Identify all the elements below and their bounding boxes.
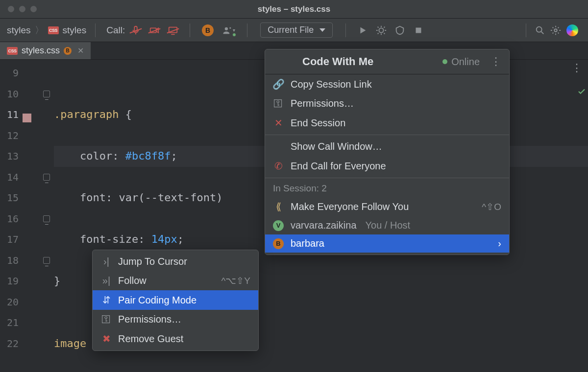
line-number-gutter[interactable]: 9 10 11 12 13 14 15 16 17 18 19 20 21 22 bbox=[0, 60, 23, 372]
svg-point-4 bbox=[379, 28, 384, 32]
cwm-online-label: Online bbox=[451, 56, 480, 68]
line-number[interactable]: 10 bbox=[0, 84, 19, 105]
menu-item-label: Follow bbox=[118, 275, 147, 286]
line-number[interactable]: 12 bbox=[0, 125, 19, 146]
submenu-remove-guest[interactable]: ✖ Remove Guest bbox=[93, 329, 258, 349]
participant-name: barbara bbox=[291, 238, 324, 249]
camera-off-icon[interactable] bbox=[148, 24, 161, 37]
color-swatch-icon[interactable] bbox=[23, 114, 31, 122]
file-tab-styles-css[interactable]: CSS styles.css B ✕ bbox=[0, 42, 91, 59]
menu-item-label: Make Everyone Follow You bbox=[291, 201, 409, 212]
cwm-permissions[interactable]: ⚿ Permissions… bbox=[265, 94, 509, 113]
token-property: color bbox=[80, 150, 112, 162]
line-number[interactable]: 11 bbox=[0, 104, 19, 125]
cwm-copy-link[interactable]: 🔗 Copy Session Link bbox=[265, 74, 509, 94]
search-icon[interactable] bbox=[534, 24, 546, 37]
tab-label: styles.css bbox=[22, 46, 60, 56]
color-swatch-gutter bbox=[23, 60, 43, 372]
key-icon: ⚿ bbox=[273, 98, 284, 109]
line-number[interactable]: 21 bbox=[0, 312, 19, 333]
participant-row-varvara[interactable]: V varvara.zaikina You / Host bbox=[265, 216, 509, 234]
submenu-jump-to-cursor[interactable]: ›| Jump To Cursor bbox=[93, 252, 258, 271]
fold-gutter[interactable] bbox=[43, 60, 54, 372]
chevron-down-icon bbox=[319, 28, 325, 32]
cwm-end-call[interactable]: ✆ End Call for Everyone bbox=[265, 156, 509, 176]
menu-item-label: Show Call Window… bbox=[291, 141, 382, 152]
close-icon: ✕ bbox=[273, 117, 284, 129]
main-toolbar: styles 〉 CSS styles Call: B ▾ Current Fi… bbox=[0, 19, 588, 42]
svg-rect-5 bbox=[416, 27, 421, 33]
svg-point-7 bbox=[554, 29, 557, 32]
online-dot-icon bbox=[442, 59, 447, 64]
menu-item-label: Pair Coding Mode bbox=[118, 295, 196, 306]
cwm-end-session[interactable]: ✕ End Session bbox=[265, 113, 509, 133]
fold-toggle-icon[interactable] bbox=[43, 174, 50, 181]
line-number[interactable]: 22 bbox=[0, 333, 19, 354]
line-number[interactable]: 20 bbox=[0, 292, 19, 313]
coverage-icon[interactable] bbox=[393, 24, 406, 37]
close-tab-icon[interactable]: ✕ bbox=[75, 46, 84, 55]
debug-icon[interactable] bbox=[375, 24, 388, 37]
fold-toggle-icon[interactable] bbox=[43, 215, 50, 222]
participant-role: You / Host bbox=[366, 220, 411, 231]
token-value: 14px bbox=[151, 233, 177, 245]
token-selector: image bbox=[54, 337, 86, 349]
window-title: styles – styles.css bbox=[0, 4, 588, 14]
menu-item-label: Permissions… bbox=[291, 98, 354, 109]
mic-muted-icon[interactable] bbox=[129, 24, 142, 37]
submenu-pair-coding[interactable]: ⇵ Pair Coding Mode bbox=[93, 290, 258, 310]
link-icon: 🔗 bbox=[273, 78, 284, 90]
avatar: B bbox=[273, 238, 284, 249]
toolbar-separator bbox=[526, 23, 526, 37]
menu-item-label: Permissions… bbox=[118, 314, 181, 325]
add-participant-icon[interactable]: ▾ bbox=[222, 24, 235, 37]
menu-item-label: Remove Guest bbox=[118, 333, 183, 345]
line-number[interactable]: 17 bbox=[0, 229, 19, 250]
line-number[interactable]: 19 bbox=[0, 271, 19, 292]
line-number[interactable]: 15 bbox=[0, 187, 19, 209]
token-property: font bbox=[80, 191, 106, 204]
breadcrumb-file[interactable]: styles bbox=[63, 25, 87, 36]
line-number[interactable]: 16 bbox=[0, 209, 19, 230]
stop-icon[interactable] bbox=[412, 24, 425, 37]
screenshare-off-icon[interactable] bbox=[167, 24, 179, 37]
cwm-make-everyone-follow[interactable]: ⟪ Make Everyone Follow You ^⇧O bbox=[265, 197, 509, 216]
line-number[interactable]: 13 bbox=[0, 146, 19, 167]
fold-toggle-icon[interactable] bbox=[43, 91, 50, 97]
jetbrains-logo-icon[interactable] bbox=[566, 24, 578, 36]
token-value: var(--text-font) bbox=[119, 191, 222, 204]
token-brace: } bbox=[54, 275, 60, 287]
line-number[interactable]: 18 bbox=[0, 250, 19, 271]
participant-avatar-toolbar[interactable]: B bbox=[202, 24, 214, 36]
pair-coding-icon: ⇵ bbox=[100, 294, 112, 306]
line-number[interactable]: 9 bbox=[0, 63, 19, 84]
key-icon: ⚿ bbox=[100, 314, 112, 325]
breadcrumb[interactable]: styles 〉 CSS styles bbox=[7, 24, 86, 37]
menu-item-label: End Session bbox=[291, 117, 345, 129]
line-number[interactable]: 14 bbox=[0, 167, 19, 188]
participant-row-barbara[interactable]: B barbara › bbox=[265, 234, 509, 253]
token-value: #bc8f8f bbox=[125, 150, 171, 162]
breadcrumb-root[interactable]: styles bbox=[7, 25, 31, 36]
svg-point-6 bbox=[537, 26, 542, 32]
menu-item-label: Jump To Cursor bbox=[118, 256, 187, 267]
remove-user-icon: ✖ bbox=[100, 333, 112, 345]
run-icon[interactable] bbox=[356, 24, 369, 37]
participant-badge-icon: B bbox=[64, 47, 72, 55]
shortcut-label: ^⌥⇧Y bbox=[221, 275, 250, 286]
gear-icon[interactable] bbox=[549, 24, 562, 37]
submenu-permissions[interactable]: ⚿ Permissions… bbox=[93, 310, 258, 329]
menu-item-label: End Call for Everyone bbox=[291, 161, 386, 172]
hangup-icon: ✆ bbox=[273, 160, 284, 172]
participant-submenu: ›| Jump To Cursor »| Follow ^⌥⇧Y ⇵ Pair … bbox=[92, 250, 259, 351]
submenu-follow[interactable]: »| Follow ^⌥⇧Y bbox=[93, 271, 258, 290]
cwm-show-call-window[interactable]: Show Call Window… bbox=[265, 137, 509, 156]
fold-toggle-icon[interactable] bbox=[43, 257, 50, 264]
chevron-right-icon: › bbox=[498, 238, 501, 249]
token-selector: .paragraph bbox=[54, 108, 119, 120]
cursor-jump-icon: ›| bbox=[100, 256, 112, 267]
toolbar-separator bbox=[247, 23, 247, 37]
online-dot-icon bbox=[232, 33, 236, 37]
kebab-menu-icon[interactable]: ⋮ bbox=[490, 60, 501, 64]
run-configuration-dropdown[interactable]: Current File bbox=[260, 23, 333, 38]
